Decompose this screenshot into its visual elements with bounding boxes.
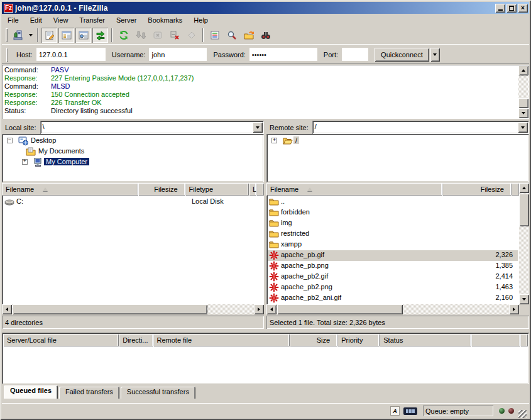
reconnect-button[interactable] [183,28,199,43]
local-site-combo[interactable]: \ [40,121,264,134]
column-header-filename[interactable]: Filename [266,183,442,196]
menu-item-bookmarks[interactable]: Bookmarks [142,15,188,25]
column-header-filename[interactable]: Filename [2,183,138,196]
column-header-l[interactable]: L [249,183,256,196]
column-header-filesize[interactable]: Filesize [138,183,185,196]
disconnect-button[interactable] [167,28,182,43]
queue-column-priority[interactable]: Priority [337,334,380,346]
tree-item-desktop[interactable]: −Desktop [2,136,263,146]
remote-site-dropdown-button[interactable] [518,122,528,133]
folder-icon [269,218,279,228]
scroll-thumb[interactable] [519,194,529,226]
file-row[interactable]: C:Local Disk [3,197,263,207]
scroll-left-button[interactable] [266,304,276,314]
toggle-local-tree-button[interactable] [58,28,74,43]
titlebar[interactable]: Fz john@127.0.0.1 - FileZilla × [2,2,529,14]
menu-item-help[interactable]: Help [188,15,214,25]
file-search-button[interactable] [224,28,239,43]
sync-browsing-button[interactable] [241,28,256,43]
expand-icon[interactable]: + [271,138,277,143]
scroll-right-button[interactable] [254,304,264,314]
file-row[interactable]: forbidden [268,207,518,218]
tree-item-label: My Documents [36,147,86,155]
tree-item-label: Desktop [29,136,58,144]
directory-comparison-button[interactable] [258,28,273,43]
log-vertical-scrollbar[interactable] [518,65,528,118]
queue-column-server-local-file[interactable]: Server/Local file [3,334,119,346]
binoculars-icon [261,30,271,40]
quickconnect-dropdown-button[interactable] [430,48,440,62]
file-row[interactable]: .. [268,197,518,207]
refresh-button[interactable] [116,28,131,43]
file-row[interactable]: xampp [268,240,518,250]
queue-column-directi-[interactable]: Directi... [119,334,153,346]
tree-item-my-computer[interactable]: +My Computer [2,157,263,168]
password-input[interactable] [249,48,317,61]
minimize-button[interactable] [495,4,505,13]
expand-icon[interactable]: + [22,159,28,165]
scroll-thumb[interactable] [13,304,207,314]
file-row[interactable]: apache_pb.gif2,326 [268,250,518,261]
file-row[interactable]: apache_pb2_ani.gif2,160 [268,293,518,304]
disconnect-icon [170,30,180,40]
menu-item-edit[interactable]: Edit [25,15,48,25]
tab-queued-files[interactable]: Queued files [4,385,58,399]
scroll-thumb[interactable] [277,304,403,314]
scroll-right-button[interactable] [509,304,519,314]
remote-horizontal-scrollbar[interactable] [266,304,519,314]
tab-failed-transfers[interactable]: Failed transfers [59,387,119,399]
column-header-filetype[interactable]: Filetype [185,183,249,196]
toggle-message-log-button[interactable] [41,28,57,43]
log-line-label: Command: [3,66,51,74]
file-row[interactable]: img [268,218,518,229]
site-manager-button-dropdown[interactable] [26,28,35,43]
remote-vertical-scrollbar[interactable] [519,183,529,304]
scroll-up-button[interactable] [519,183,529,193]
file-row[interactable]: restricted [268,229,518,240]
tree-item-my-documents[interactable]: My Documents [2,146,263,157]
username-input[interactable] [149,48,207,61]
scroll-down-button[interactable] [518,108,528,118]
cancel-operation-button[interactable] [150,28,165,43]
scroll-thumb[interactable] [518,98,528,108]
collapse-icon[interactable]: − [7,138,13,143]
resize-grip[interactable] [518,410,527,418]
remote-site-combo[interactable]: / [312,121,529,134]
toggle-transfer-queue-button[interactable] [92,28,108,43]
local-site-dropdown-button[interactable] [253,122,263,133]
host-input[interactable] [36,48,106,61]
port-input[interactable] [342,48,368,61]
menu-item-view[interactable]: View [48,15,74,25]
recv-activity-led-icon [499,408,505,414]
toolbar-gripper[interactable] [6,28,8,42]
close-button[interactable]: × [518,4,528,13]
file-row[interactable]: apache_pb2.gif2,414 [268,272,518,282]
quickconnect-button[interactable]: Quickconnect [375,48,429,62]
scroll-up-button[interactable] [518,65,528,75]
tab-successful-transfers[interactable]: Successful transfers [121,387,195,399]
menu-item-file[interactable]: File [2,15,25,25]
column-header-filesize[interactable]: Filesize [442,183,512,196]
filter-button[interactable] [207,28,222,43]
process-queue-button[interactable] [133,28,148,43]
scroll-down-button[interactable] [519,294,529,304]
local-horizontal-scrollbar[interactable] [2,304,264,314]
toggle-remote-tree-button[interactable] [75,28,91,43]
menu-item-transfer[interactable]: Transfer [74,15,111,25]
remote-directory-tree: +/ [266,134,529,182]
maximize-button[interactable] [506,4,517,13]
file-row[interactable]: apache_pb.png1,385 [268,261,518,272]
queue-column-size[interactable]: Size [290,334,337,346]
sync-browsing-icon [244,30,254,40]
menu-item-server[interactable]: Server [111,15,142,25]
queue-column-remote-file[interactable]: Remote file [153,334,290,346]
scroll-left-button[interactable] [2,304,12,314]
sort-ascending-icon [43,187,48,191]
tree-item--[interactable]: +/ [266,136,528,146]
queue-column-status[interactable]: Status [380,334,471,346]
file-row[interactable]: apache_pb2.png1,463 [268,282,518,293]
toolbar-separator [111,28,112,42]
site-manager-button[interactable] [10,28,26,43]
queue-column-blank[interactable] [471,334,520,346]
quickbar-gripper[interactable] [6,48,8,62]
